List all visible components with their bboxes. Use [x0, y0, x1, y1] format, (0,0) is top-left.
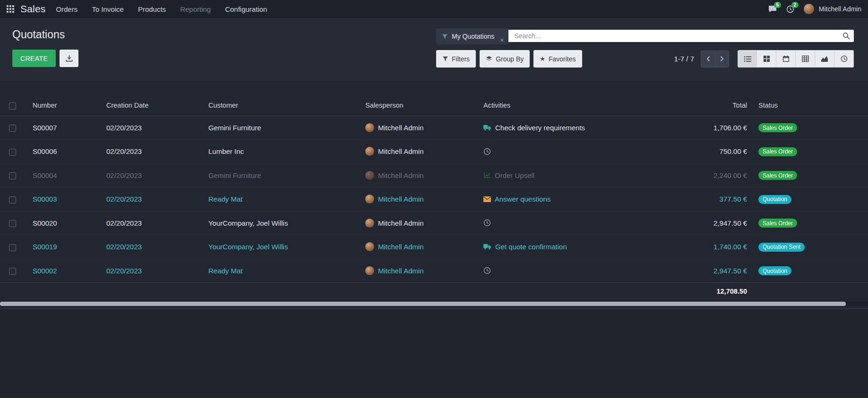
column-header-salesperson[interactable]: Salesperson: [354, 95, 472, 116]
row-checkbox[interactable]: [9, 172, 16, 179]
graph-view-button[interactable]: [815, 50, 834, 68]
messages-button[interactable]: 5: [768, 5, 777, 13]
search-input[interactable]: [513, 32, 842, 40]
create-button[interactable]: CREATE: [12, 50, 56, 67]
filters-label: Filters: [452, 55, 470, 63]
cell-number: S00020: [21, 211, 95, 235]
search-facet-my-quotations[interactable]: My Quotations ×: [436, 28, 508, 44]
pivot-view-button[interactable]: [796, 50, 815, 68]
favorites-button[interactable]: ★ Favorites: [533, 50, 582, 68]
column-header-creation-date[interactable]: Creation Date: [95, 95, 197, 116]
cell-customer: YourCompany, Joel Willis: [197, 235, 354, 259]
search-box[interactable]: [508, 30, 854, 42]
clock-icon[interactable]: [483, 148, 491, 155]
clock-icon: [841, 55, 848, 62]
nav-item-to-invoice[interactable]: To Invoice: [92, 5, 124, 13]
nav-item-orders[interactable]: Orders: [56, 5, 78, 13]
filter-funnel-icon: [442, 56, 448, 62]
table-row[interactable]: S00002 02/20/2023 Ready Mat Mitchell Adm…: [0, 259, 868, 283]
cell-salesperson: Mitchell Admin: [378, 195, 424, 203]
cell-salesperson: Mitchell Admin: [378, 171, 424, 179]
table-row[interactable]: S00007 02/20/2023 Gemini Furniture Mitch…: [0, 116, 868, 140]
salesperson-avatar: [365, 266, 374, 275]
salesperson-avatar: [365, 123, 374, 132]
table-row[interactable]: S00019 02/20/2023 YourCompany, Joel Will…: [0, 235, 868, 259]
filters-button[interactable]: Filters: [436, 50, 476, 68]
messages-badge: 5: [774, 2, 781, 8]
column-header-customer[interactable]: Customer: [197, 95, 354, 116]
view-switcher: [738, 50, 854, 68]
calendar-view-button[interactable]: [776, 50, 796, 68]
status-badge: Sales Order: [758, 123, 797, 132]
pager-previous-button[interactable]: [701, 51, 715, 68]
row-checkbox[interactable]: [9, 149, 16, 156]
cell-total: 1,706.00 €: [674, 116, 747, 140]
list-view-button[interactable]: [738, 50, 757, 68]
search-icon[interactable]: [842, 32, 850, 40]
cell-total: 750.00 €: [674, 140, 747, 164]
user-name[interactable]: Mitchell Admin: [819, 5, 861, 13]
cell-number: S00002: [21, 259, 95, 283]
cell-creation-date: 02/20/2023: [95, 211, 197, 235]
cell-customer: Ready Mat: [197, 187, 354, 212]
cell-salesperson: Mitchell Admin: [378, 124, 424, 132]
nav-item-products[interactable]: Products: [138, 5, 166, 13]
facet-label: My Quotations: [452, 33, 494, 40]
cell-customer: Gemini Furniture: [197, 163, 354, 187]
cell-creation-date: 02/20/2023: [95, 163, 197, 187]
control-buttons-row: Filters Group By ★ Favorites 1-7 / 7: [436, 50, 854, 68]
cell-activity[interactable]: Order Upsell: [495, 171, 534, 179]
horizontal-scrollbar[interactable]: [0, 302, 868, 306]
navbar-systray: 5 2 Mitchell Admin: [768, 4, 861, 14]
table-row[interactable]: S00020 02/20/2023 YourCompany, Joel Will…: [0, 211, 868, 235]
clock-icon[interactable]: [483, 267, 491, 274]
row-checkbox[interactable]: [9, 268, 16, 275]
row-checkbox[interactable]: [9, 196, 16, 203]
cell-salesperson: Mitchell Admin: [378, 147, 424, 155]
facet-remove-icon[interactable]: ×: [500, 37, 504, 43]
cell-creation-date: 02/20/2023: [95, 235, 197, 259]
nav-item-configuration[interactable]: Configuration: [225, 5, 267, 13]
cell-customer: YourCompany, Joel Willis: [197, 211, 354, 235]
delivery-truck-icon: [483, 244, 491, 250]
calendar-icon: [782, 55, 790, 62]
quotations-list: Number Creation Date Customer Salesperso…: [0, 81, 868, 393]
table-row[interactable]: S00003 02/20/2023 Ready Mat Mitchell Adm…: [0, 187, 868, 212]
table-row[interactable]: S00004 02/20/2023 Gemini Furniture Mitch…: [0, 163, 868, 187]
apps-menu-icon[interactable]: [7, 5, 15, 13]
kanban-view-button[interactable]: [757, 50, 776, 68]
row-checkbox[interactable]: [9, 244, 16, 251]
column-header-activities[interactable]: Activities: [472, 95, 674, 116]
envelope-icon: [483, 196, 491, 202]
nav-item-reporting[interactable]: Reporting: [180, 5, 211, 13]
group-by-button[interactable]: Group By: [480, 50, 530, 68]
favorites-label: Favorites: [549, 55, 576, 63]
activities-button[interactable]: 2: [786, 5, 794, 13]
cell-activity[interactable]: Answer questions: [495, 195, 550, 203]
control-panel: Quotations CREATE My Quotations ×: [0, 18, 868, 81]
export-button[interactable]: [60, 50, 78, 67]
column-header-status[interactable]: Status: [747, 95, 868, 116]
clock-icon[interactable]: [483, 219, 491, 227]
table-row[interactable]: S00006 02/20/2023 Lumber Inc Mitchell Ad…: [0, 140, 868, 164]
select-all-checkbox[interactable]: [9, 102, 16, 110]
row-checkbox[interactable]: [9, 220, 16, 227]
pager-next-button[interactable]: [715, 51, 729, 68]
cell-total: 2,240.00 €: [674, 163, 747, 187]
top-navbar: Sales Orders To Invoice Products Reporti…: [0, 0, 868, 18]
status-badge: Quotation Sent: [758, 243, 805, 252]
cell-activity[interactable]: Check delivery requirements: [495, 124, 585, 132]
cell-activity[interactable]: Get quote confirmation: [495, 243, 567, 251]
grand-total: 12,708.50: [674, 283, 747, 300]
column-header-number[interactable]: Number: [21, 95, 95, 116]
row-checkbox[interactable]: [9, 125, 16, 132]
column-header-total[interactable]: Total: [674, 95, 747, 116]
activity-view-button[interactable]: [834, 50, 854, 68]
app-name[interactable]: Sales: [20, 3, 46, 15]
cell-creation-date: 02/20/2023: [95, 187, 197, 212]
user-avatar[interactable]: [804, 4, 814, 14]
activities-badge: 2: [791, 2, 799, 8]
scrollbar-thumb[interactable]: [0, 302, 846, 306]
status-badge: Quotation: [758, 195, 791, 204]
table-header-row: Number Creation Date Customer Salesperso…: [0, 95, 868, 116]
